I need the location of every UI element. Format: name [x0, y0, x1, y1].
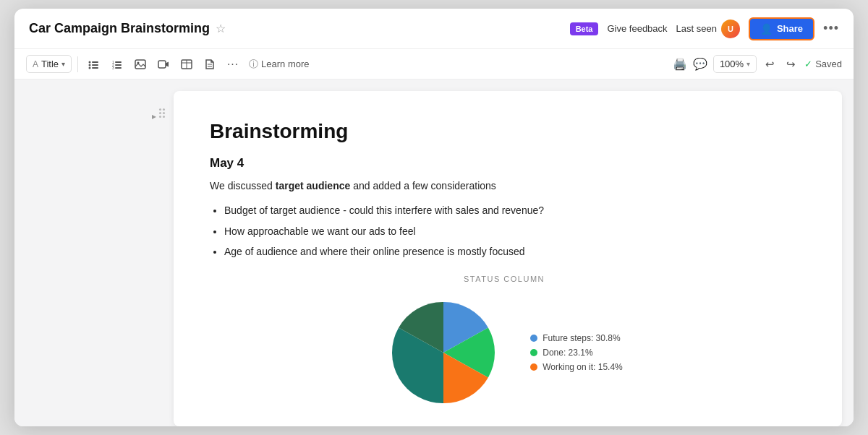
pie-chart: [386, 295, 501, 410]
style-select-label: Title: [41, 59, 59, 69]
app-window: Car Campaign Brainstorming ☆ Beta Give f…: [14, 9, 854, 426]
bullet-list-icon[interactable]: [84, 54, 104, 74]
chevron-down-icon: ▾: [61, 60, 65, 68]
divider-1: [77, 56, 78, 72]
svg-rect-3: [92, 64, 98, 66]
chart-section: STATUS COLUMN: [210, 275, 799, 410]
image-icon[interactable]: [130, 54, 150, 74]
font-icon: A: [33, 59, 38, 69]
collapse-arrow-icon[interactable]: ▸: [152, 111, 156, 121]
undo-icon[interactable]: ↩: [762, 55, 778, 74]
check-icon: ✓: [804, 59, 812, 69]
legend-dot-future: [530, 335, 537, 342]
svg-point-0: [89, 61, 91, 63]
legend-dot-done: [530, 349, 537, 356]
numbered-list-icon[interactable]: 123: [107, 54, 127, 74]
document-page: Brainstorming May 4 We discussed target …: [174, 91, 842, 426]
doc-icon[interactable]: [200, 54, 220, 74]
list-item: How approachable we want our ads to feel: [224, 223, 799, 239]
zoom-control[interactable]: 100% ▾: [713, 55, 757, 73]
topbar-left: Car Campaign Brainstorming ☆: [29, 21, 226, 36]
star-icon[interactable]: ☆: [216, 22, 226, 35]
avatar: U: [721, 20, 740, 38]
svg-rect-1: [92, 61, 98, 63]
person-icon: 👤: [760, 23, 773, 35]
learn-more-label: Learn more: [261, 59, 309, 69]
svg-point-4: [89, 66, 91, 69]
give-feedback-button[interactable]: Give feedback: [607, 23, 667, 34]
toolbar: A Title ▾ 123 ··· ⓘ Learn more 🖨️: [14, 49, 854, 79]
legend-item-working: Working on it: 15.4%: [530, 362, 623, 372]
redo-icon[interactable]: ↪: [783, 55, 799, 74]
chart-legend: Future steps: 30.8% Done: 23.1% Working …: [530, 333, 623, 372]
share-button[interactable]: 👤 Share: [749, 17, 814, 40]
info-icon: ⓘ: [249, 58, 258, 71]
main-content: ▸ Brainstorming May 4 We discussed targe…: [14, 79, 854, 426]
svg-rect-14: [158, 61, 166, 68]
document-subheading: May 4: [210, 156, 799, 171]
document-intro-paragraph: We discussed target audience and added a…: [210, 178, 799, 194]
bullet-list: Budget of target audience - could this i…: [224, 202, 799, 259]
legend-label-working: Working on it: 15.4%: [542, 362, 623, 372]
svg-rect-6: [115, 61, 122, 63]
svg-rect-5: [92, 67, 98, 69]
document-heading: Brainstorming: [210, 120, 799, 143]
document-title: Car Campaign Brainstorming: [29, 21, 210, 36]
legend-item-done: Done: 23.1%: [530, 348, 623, 358]
zoom-label: 100%: [720, 59, 744, 69]
beta-badge: Beta: [570, 22, 599, 35]
print-icon[interactable]: 🖨️: [673, 57, 687, 71]
topbar-right: Beta Give feedback Last seen U 👤 Share •…: [570, 17, 839, 40]
svg-point-2: [89, 64, 91, 66]
style-select[interactable]: A Title ▾: [26, 55, 72, 73]
list-item: Budget of target audience - could this i…: [224, 202, 799, 218]
sidebar-gutter: ▸: [14, 79, 174, 426]
last-seen-container: Last seen U: [676, 20, 740, 38]
toolbar-right: 🖨️ 💬 100% ▾ ↩ ↪ ✓ Saved: [673, 55, 842, 74]
svg-rect-12: [135, 60, 145, 69]
svg-rect-7: [115, 64, 122, 66]
share-label: Share: [777, 23, 803, 34]
comment-icon[interactable]: 💬: [693, 57, 707, 71]
saved-label: Saved: [815, 59, 842, 69]
svg-text:3: 3: [112, 66, 114, 70]
drag-handle[interactable]: [159, 108, 165, 118]
more-toolbar-icon[interactable]: ···: [223, 54, 243, 74]
saved-status: ✓ Saved: [804, 59, 842, 69]
legend-item-future: Future steps: 30.8%: [530, 333, 623, 343]
learn-more-link[interactable]: ⓘ Learn more: [249, 58, 309, 71]
more-options-button[interactable]: •••: [823, 21, 839, 36]
zoom-chevron-icon: ▾: [746, 60, 750, 68]
legend-dot-working: [530, 363, 537, 371]
legend-label-done: Done: 23.1%: [542, 348, 592, 358]
chart-container: Future steps: 30.8% Done: 23.1% Working …: [386, 295, 623, 410]
video-icon[interactable]: [153, 54, 174, 74]
chart-title: STATUS COLUMN: [464, 275, 545, 283]
topbar: Car Campaign Brainstorming ☆ Beta Give f…: [14, 9, 854, 49]
list-item: Age of audience and where their online p…: [224, 244, 799, 259]
table-icon[interactable]: [176, 54, 197, 74]
svg-rect-8: [115, 67, 122, 69]
legend-label-future: Future steps: 30.8%: [542, 333, 620, 343]
last-seen-label: Last seen: [676, 23, 717, 34]
